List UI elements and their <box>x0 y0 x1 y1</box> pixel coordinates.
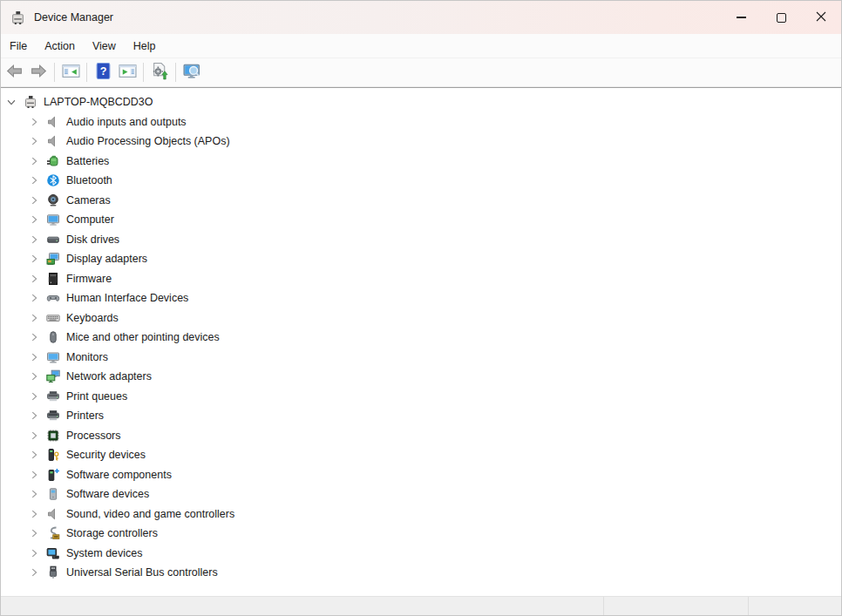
action-pane-window-icon <box>119 62 137 84</box>
tree-item-disk-drives[interactable]: Disk drives <box>1 230 841 250</box>
update-device-drivers-button[interactable] <box>147 61 172 84</box>
menu-help[interactable]: Help <box>125 37 165 56</box>
expand-chevron-icon[interactable] <box>27 272 41 286</box>
expand-chevron-icon[interactable] <box>27 369 41 383</box>
toolbar-separator <box>175 63 176 82</box>
tree-item-universal-serial-bus-controllers[interactable]: Universal Serial Bus controllers <box>1 563 841 583</box>
status-pane-middle <box>604 597 749 615</box>
tree-item-label: Keyboards <box>66 312 119 324</box>
tree-item-security-devices[interactable]: Security devices <box>1 445 841 465</box>
expand-chevron-icon[interactable] <box>27 546 41 560</box>
expand-chevron-icon[interactable] <box>27 565 41 579</box>
tree-item-computer[interactable]: Computer <box>1 210 841 230</box>
window-controls <box>721 1 841 34</box>
menu-view[interactable]: View <box>84 37 125 56</box>
toolbar-separator <box>86 63 87 82</box>
forward-button[interactable] <box>26 61 51 84</box>
tree-item-cameras[interactable]: Cameras <box>1 191 841 211</box>
minimize-button[interactable] <box>721 1 761 34</box>
tree-item-label: Storage controllers <box>66 527 158 539</box>
usb-icon <box>46 565 60 579</box>
tree-item-software-devices[interactable]: Software devices <box>1 484 841 504</box>
expand-chevron-icon[interactable] <box>27 134 41 148</box>
tree-item-print-queues[interactable]: Print queues <box>1 387 841 407</box>
expand-chevron-icon[interactable] <box>27 330 41 344</box>
tree-item-processors[interactable]: Processors <box>1 426 841 446</box>
tree-item-monitors[interactable]: Monitors <box>1 348 841 368</box>
expand-chevron-icon[interactable] <box>27 429 41 443</box>
tree-item-label: Software devices <box>66 488 149 500</box>
maximize-button[interactable] <box>761 1 801 34</box>
device-manager-window: Device Manager FileActionViewHelp ? LAPT… <box>0 0 842 616</box>
tree-item-label: Human Interface Devices <box>66 292 188 304</box>
expand-chevron-icon[interactable] <box>27 311 41 325</box>
menu-action[interactable]: Action <box>36 37 84 56</box>
expand-chevron-icon[interactable] <box>27 487 41 501</box>
tree-item-label: Security devices <box>66 449 146 461</box>
tree-item-printers[interactable]: Printers <box>1 406 841 426</box>
tree-item-label: Processors <box>66 430 121 442</box>
maximize-icon <box>777 13 786 23</box>
tree-item-software-components[interactable]: Software components <box>1 465 841 485</box>
tree-item-label: Bluetooth <box>66 174 112 186</box>
expand-chevron-icon[interactable] <box>27 350 41 364</box>
window-title: Device Manager <box>34 11 113 24</box>
status-bar <box>1 596 841 615</box>
expand-chevron-icon[interactable] <box>27 213 41 227</box>
tree-item-label: LAPTOP-MQBCDD3O <box>44 96 153 108</box>
monitor-icon <box>46 350 60 364</box>
svg-text:?: ? <box>99 65 106 78</box>
tree-item-keyboards[interactable]: Keyboards <box>1 308 841 328</box>
expand-chevron-icon[interactable] <box>27 252 41 266</box>
status-pane-left <box>1 597 604 615</box>
tree-item-firmware[interactable]: Firmware <box>1 269 841 289</box>
collapse-chevron-icon[interactable] <box>4 95 18 109</box>
minimize-icon <box>737 17 746 17</box>
expand-chevron-icon[interactable] <box>27 409 41 423</box>
expand-chevron-icon[interactable] <box>27 233 41 247</box>
expand-chevron-icon[interactable] <box>27 468 41 482</box>
expand-chevron-icon[interactable] <box>27 173 41 187</box>
expand-chevron-icon[interactable] <box>27 193 41 207</box>
tree-item-storage-controllers[interactable]: Storage controllers <box>1 524 841 544</box>
tree-item-network-adapters[interactable]: Network adapters <box>1 367 841 387</box>
tree-item-audio-processing-objects-apos[interactable]: Audio Processing Objects (APOs) <box>1 132 841 152</box>
tree-item-human-interface-devices[interactable]: Human Interface Devices <box>1 288 841 308</box>
software-component-icon <box>46 468 60 482</box>
content-area: LAPTOP-MQBCDD3OAudio inputs and outputsA… <box>1 87 841 596</box>
toolbar-separator <box>143 63 144 82</box>
tree-item-system-devices[interactable]: System devices <box>1 544 841 564</box>
tree-item-sound-video-and-game-controllers[interactable]: Sound, video and game controllers <box>1 504 841 525</box>
tree-root-laptop-mqbcdd3o[interactable]: LAPTOP-MQBCDD3O <box>1 92 841 112</box>
expand-chevron-icon[interactable] <box>27 526 41 540</box>
tree-item-label: Cameras <box>66 194 111 206</box>
help-button[interactable]: ? <box>91 61 115 84</box>
show-hide-console-tree-button[interactable] <box>58 61 83 84</box>
status-pane-right <box>749 597 841 615</box>
scan-for-hardware-changes-button[interactable] <box>180 61 204 84</box>
tree-item-display-adapters[interactable]: Display adapters <box>1 249 841 269</box>
toolbar: ? <box>1 58 841 87</box>
expand-chevron-icon[interactable] <box>27 389 41 403</box>
expand-chevron-icon[interactable] <box>27 448 41 462</box>
printer2-icon <box>46 409 60 423</box>
expand-chevron-icon[interactable] <box>27 291 41 305</box>
show-hide-action-pane-button[interactable] <box>115 61 139 84</box>
back-button[interactable] <box>2 61 26 84</box>
tree-item-label: Batteries <box>66 155 109 167</box>
help-book-icon: ? <box>94 62 112 84</box>
tree-item-batteries[interactable]: Batteries <box>1 152 841 172</box>
hid-icon <box>46 291 60 305</box>
expand-chevron-icon[interactable] <box>27 115 41 129</box>
expand-chevron-icon[interactable] <box>27 507 41 521</box>
close-button[interactable] <box>801 1 841 34</box>
tree-item-audio-inputs-and-outputs[interactable]: Audio inputs and outputs <box>1 112 841 132</box>
arrow-right-icon <box>30 62 48 84</box>
network-icon <box>46 369 60 383</box>
device-manager-app-icon <box>10 10 25 25</box>
tree-item-bluetooth[interactable]: Bluetooth <box>1 171 841 191</box>
bluetooth-icon <box>46 173 60 187</box>
menu-file[interactable]: File <box>1 37 36 56</box>
expand-chevron-icon[interactable] <box>27 154 41 168</box>
tree-item-mice-and-other-pointing-devices[interactable]: Mice and other pointing devices <box>1 328 841 348</box>
